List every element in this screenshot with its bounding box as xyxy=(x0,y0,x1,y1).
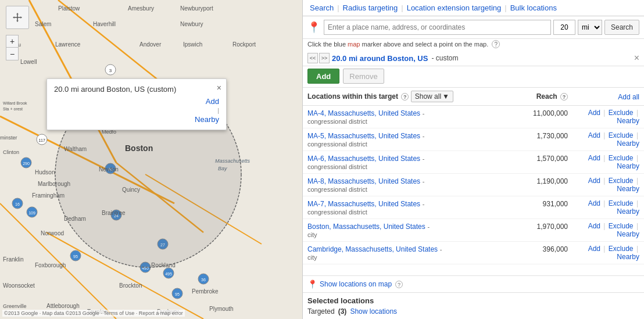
search-row: 📍 mi km Search xyxy=(303,16,644,39)
location-row: MA-8, Massachusetts, United States - con… xyxy=(303,174,644,196)
reach-help-icon[interactable]: ? xyxy=(560,93,568,101)
tab-search[interactable]: Search xyxy=(307,3,336,12)
loc-info-2: MA-6, Massachusetts, United States - con… xyxy=(307,154,520,170)
loc-actions-3: Add | Exclude | Nearby xyxy=(573,177,639,193)
loc-name-6[interactable]: Cambridge, Massachusetts, United States xyxy=(307,245,438,253)
loc-actions-0: Add | Exclude | Nearby xyxy=(573,109,639,125)
hint-row: Click the blue map marker above and sele… xyxy=(303,39,644,51)
action-exclude-2[interactable]: Exclude xyxy=(609,154,634,162)
svg-text:Willard Brook: Willard Brook xyxy=(3,101,27,105)
svg-text:Greenville: Greenville xyxy=(3,303,27,309)
popup-nearby-link[interactable]: Nearby xyxy=(195,115,219,124)
action-exclude-3[interactable]: Exclude xyxy=(609,177,634,185)
action-exclude-5[interactable]: Exclude xyxy=(609,222,634,230)
action-add-1[interactable]: Add xyxy=(588,131,600,139)
targeted-count: (3) xyxy=(338,307,347,316)
unit-select[interactable]: mi km xyxy=(578,20,602,35)
show-locations-help-icon[interactable]: ? xyxy=(395,281,403,288)
loc-reach-2: 1,570,000 xyxy=(520,154,573,163)
action-exclude-4[interactable]: Exclude xyxy=(609,199,634,207)
action-nearby-0[interactable]: Nearby xyxy=(617,117,639,125)
loc-name-3[interactable]: MA-8, Massachusetts, United States xyxy=(307,177,420,185)
loc-name-5[interactable]: Boston, Massachusetts, United States xyxy=(307,223,425,231)
location-row: Cambridge, Massachusetts, United States … xyxy=(303,242,644,264)
svg-text:36: 36 xyxy=(201,278,206,282)
col-location-header: Locations within this target ? Show all … xyxy=(307,91,520,102)
svg-text:95: 95 xyxy=(175,292,180,296)
nav-prev-button[interactable]: << xyxy=(307,53,318,63)
zoom-in-button[interactable]: + xyxy=(6,35,19,48)
show-locations-row: 📍 Show locations on map ? xyxy=(303,276,644,293)
loc-reach-6: 396,000 xyxy=(520,245,573,253)
show-all-button[interactable]: Show all ▼ xyxy=(411,91,453,102)
location-title[interactable]: 20.0 mi around Boston, US xyxy=(332,54,428,63)
action-exclude-1[interactable]: Exclude xyxy=(609,131,634,139)
add-button[interactable]: Add xyxy=(307,69,339,84)
map-nav-control[interactable] xyxy=(6,6,29,29)
svg-text:Clinton: Clinton xyxy=(3,149,19,155)
hint-help-icon[interactable]: ? xyxy=(492,40,500,48)
tab-location-ext[interactable]: Location extension targeting xyxy=(405,3,504,12)
svg-text:Newburyport: Newburyport xyxy=(180,5,213,12)
location-row: MA-6, Massachusetts, United States - con… xyxy=(303,151,644,174)
loc-actions-2: Add | Exclude | Nearby xyxy=(573,154,639,170)
svg-text:117: 117 xyxy=(38,138,45,142)
place-search-input[interactable] xyxy=(324,20,551,35)
add-remove-row: Add Remove xyxy=(303,66,644,88)
loc-type-6: city xyxy=(307,254,520,261)
popup-add-link[interactable]: Add xyxy=(206,97,219,106)
zoom-out-button[interactable]: − xyxy=(6,48,19,60)
loc-type-1: congressional district xyxy=(307,141,520,148)
popup-close-button[interactable]: × xyxy=(217,84,221,92)
loc-info-1: MA-5, Massachusetts, United States - con… xyxy=(307,131,520,148)
nav-next-button[interactable]: >> xyxy=(319,53,330,63)
loc-name-1[interactable]: MA-5, Massachusetts, United States xyxy=(307,132,420,140)
action-add-2[interactable]: Add xyxy=(588,154,600,162)
action-exclude-0[interactable]: Exclude xyxy=(609,109,634,117)
action-nearby-3[interactable]: Nearby xyxy=(617,185,639,193)
show-locations-map-link[interactable]: 📍 Show locations on map ? xyxy=(307,279,403,289)
map-area[interactable]: 3 290 90 16 109 24 27 95 495 36 Plaistow… xyxy=(0,0,302,319)
radius-input[interactable] xyxy=(553,20,575,35)
search-button[interactable]: Search xyxy=(604,20,639,35)
action-add-0[interactable]: Add xyxy=(588,109,600,117)
loc-info-5: Boston, Massachusetts, United States - c… xyxy=(307,222,520,238)
tabs-row: Search | Radius targeting | Location ext… xyxy=(303,0,644,16)
col-reach-header: Reach ? xyxy=(520,92,573,101)
tab-bulk[interactable]: Bulk locations xyxy=(508,3,559,12)
action-exclude-6[interactable]: Exclude xyxy=(609,245,634,253)
show-locations-link[interactable]: Show locations xyxy=(350,307,397,316)
remove-button[interactable]: Remove xyxy=(343,69,384,84)
action-add-3[interactable]: Add xyxy=(588,177,600,185)
svg-text:Plymouth: Plymouth xyxy=(209,306,234,312)
svg-text:Attleborough: Attleborough xyxy=(46,303,80,309)
action-nearby-1[interactable]: Nearby xyxy=(617,139,639,148)
table-header: Locations within this target ? Show all … xyxy=(303,88,644,106)
loc-name-2[interactable]: MA-6, Massachusetts, United States xyxy=(307,155,420,163)
action-add-5[interactable]: Add xyxy=(588,222,600,230)
loc-reach-1: 1,730,000 xyxy=(520,131,573,140)
svg-text:3: 3 xyxy=(109,68,112,73)
svg-text:Norwood: Norwood xyxy=(41,230,64,236)
action-nearby-2[interactable]: Nearby xyxy=(617,162,639,170)
loc-name-0[interactable]: MA-4, Massachusetts, United States xyxy=(307,109,420,117)
action-nearby-5[interactable]: Nearby xyxy=(617,230,639,238)
loc-type-0: congressional district xyxy=(307,118,520,125)
locations-help-icon[interactable]: ? xyxy=(401,93,409,101)
nav-arrows: << >> xyxy=(307,53,330,63)
svg-text:Lawrence: Lawrence xyxy=(55,41,81,48)
action-nearby-4[interactable]: Nearby xyxy=(617,207,639,216)
loc-actions-5: Add | Exclude | Nearby xyxy=(573,222,639,238)
svg-text:Franklin: Franklin xyxy=(3,256,24,263)
action-add-4[interactable]: Add xyxy=(588,199,600,207)
svg-text:Andover: Andover xyxy=(139,41,162,48)
action-nearby-6[interactable]: Nearby xyxy=(617,253,639,261)
loc-name-4[interactable]: MA-7, Massachusetts, United States xyxy=(307,200,420,208)
tab-radius[interactable]: Radius targeting xyxy=(341,3,400,12)
action-add-6[interactable]: Add xyxy=(588,245,600,253)
svg-text:Plaistow: Plaistow xyxy=(58,5,80,12)
svg-text:16: 16 xyxy=(15,202,20,206)
loc-reach-3: 1,190,000 xyxy=(520,177,573,185)
location-close-button[interactable]: × xyxy=(634,53,639,63)
add-all-link[interactable]: Add all xyxy=(618,93,639,101)
